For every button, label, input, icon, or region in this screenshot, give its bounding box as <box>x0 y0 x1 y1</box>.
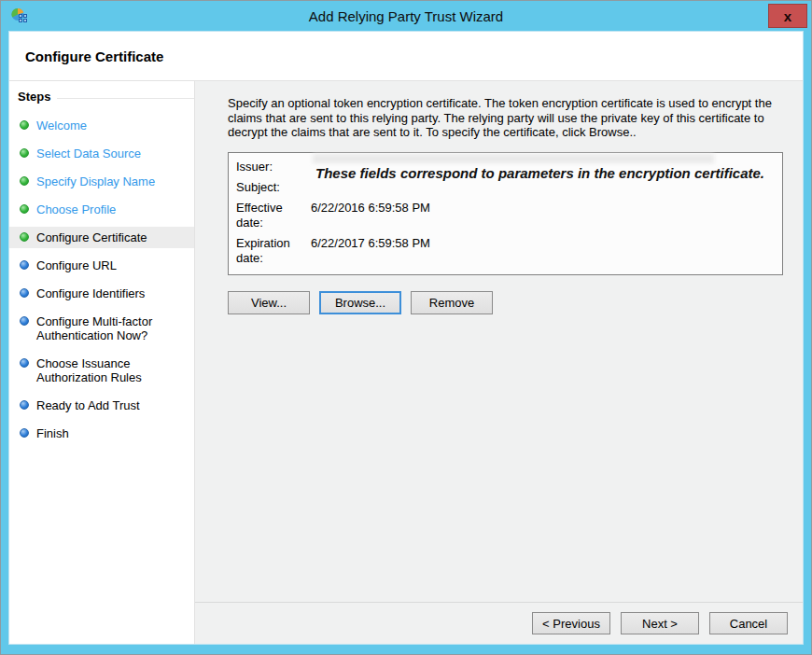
cancel-button[interactable]: Cancel <box>709 612 788 634</box>
sidebar-item-ready-to-add-trust: Ready to Add Trust <box>9 395 194 416</box>
next-button[interactable]: Next > <box>621 612 699 634</box>
adfs-app-icon <box>10 7 29 25</box>
sidebar-item-finish: Finish <box>9 423 194 444</box>
sidebar-item-welcome[interactable]: Welcome <box>9 115 194 136</box>
steps-sidebar: Steps Welcome Select Data Source Specify… <box>9 81 195 644</box>
step-todo-bullet-icon <box>20 288 29 298</box>
step-label: Ready to Add Trust <box>36 398 140 412</box>
step-done-bullet-icon <box>20 120 29 130</box>
steps-heading: Steps <box>9 88 194 107</box>
annotation-note: These fields correspond to parameters in… <box>311 165 769 181</box>
expiration-date-value: 6/22/2017 6:59:58 PM <box>311 236 773 266</box>
step-label: Specify Display Name <box>36 174 155 188</box>
add-relying-party-trust-wizard-window: Add Relying Party Trust Wizard x Configu… <box>1 1 811 654</box>
subject-label: Subject: <box>236 180 311 195</box>
step-label: Configure Identifiers <box>36 286 145 300</box>
remove-button[interactable]: Remove <box>411 291 493 314</box>
step-todo-bullet-icon <box>20 400 29 410</box>
steps-list: Welcome Select Data Source Specify Displ… <box>9 115 194 444</box>
step-label: Select Data Source <box>36 146 141 160</box>
sidebar-item-select-data-source[interactable]: Select Data Source <box>9 143 194 164</box>
sidebar-item-choose-profile[interactable]: Choose Profile <box>9 199 194 220</box>
step-label: Configure Certificate <box>36 230 147 244</box>
step-done-bullet-icon <box>20 204 29 214</box>
step-todo-bullet-icon <box>20 260 29 270</box>
step-label: Configure URL <box>36 258 117 272</box>
step-label: Finish <box>36 426 69 440</box>
close-icon: x <box>784 8 791 24</box>
effective-date-value: 6/22/2016 6:59:58 PM <box>311 201 773 230</box>
sidebar-item-configure-certificate: Configure Certificate <box>9 227 194 248</box>
close-button[interactable]: x <box>768 4 807 28</box>
sidebar-item-configure-url: Configure URL <box>9 255 194 276</box>
window-title: Add Relying Party Trust Wizard <box>8 8 804 24</box>
redacted-issuer-value <box>313 154 714 163</box>
page-title: Configure Certificate <box>25 49 163 64</box>
sidebar-item-configure-identifiers: Configure Identifiers <box>9 283 194 304</box>
browse-button[interactable]: Browse... <box>319 291 401 314</box>
page-description: Specify an optional token encryption cer… <box>228 96 788 140</box>
page-header: Configure Certificate <box>9 32 803 81</box>
previous-button[interactable]: < Previous <box>532 612 610 634</box>
step-todo-bullet-icon <box>20 316 29 326</box>
certificate-actions: View... Browse... Remove <box>228 291 786 314</box>
certificate-details-panel: Issuer: Subject: Effective date: 6/22/20… <box>228 152 783 275</box>
step-label: Choose Issuance Authorization Rules <box>36 356 190 384</box>
step-done-bullet-icon <box>20 148 29 158</box>
step-done-bullet-icon <box>20 176 29 186</box>
expiration-date-label: Expiration date: <box>236 236 311 266</box>
subject-value <box>311 180 773 195</box>
wizard-footer: < Previous Next > Cancel <box>195 602 803 644</box>
sidebar-item-configure-mfa: Configure Multi-factor Authentication No… <box>9 311 194 346</box>
sidebar-item-specify-display-name[interactable]: Specify Display Name <box>9 171 194 192</box>
step-todo-bullet-icon <box>20 428 29 438</box>
titlebar: Add Relying Party Trust Wizard x <box>8 1 804 31</box>
view-button[interactable]: View... <box>228 291 310 314</box>
step-label: Configure Multi-factor Authentication No… <box>36 314 190 342</box>
wizard-page-content: Specify an optional token encryption cer… <box>195 81 803 602</box>
sidebar-item-choose-issuance-rules: Choose Issuance Authorization Rules <box>9 353 194 388</box>
issuer-label: Issuer: <box>236 160 311 174</box>
step-todo-bullet-icon <box>20 358 29 368</box>
step-current-bullet-icon <box>20 232 29 242</box>
step-label: Choose Profile <box>36 202 116 216</box>
effective-date-label: Effective date: <box>236 201 311 230</box>
step-label: Welcome <box>36 118 87 132</box>
